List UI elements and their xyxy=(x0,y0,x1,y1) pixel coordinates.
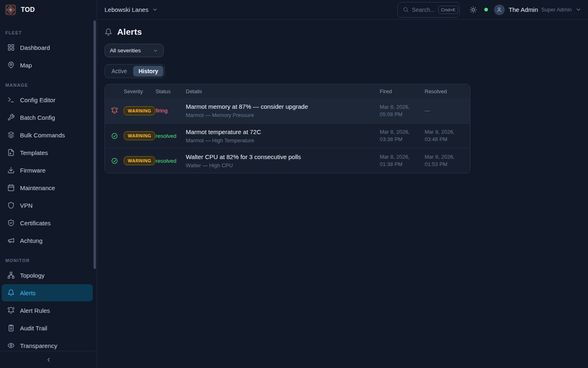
network-icon xyxy=(7,272,15,279)
sidebar-item-firmware[interactable]: Firmware xyxy=(2,162,93,179)
file-icon xyxy=(7,149,15,156)
fired-time: Mar 8, 2026, 03:38 PM xyxy=(380,128,425,143)
page-title-row: Alerts xyxy=(105,27,581,37)
status-text: firing xyxy=(156,108,186,114)
resolved-time: Mar 8, 2026, 03:48 PM xyxy=(425,128,470,143)
severity-badge: WARNING xyxy=(124,131,155,140)
sidebar-item-vpn[interactable]: VPN xyxy=(2,197,93,214)
org-switcher[interactable]: Lebowski Lanes xyxy=(105,6,158,13)
severity-filter-select[interactable]: All severities xyxy=(105,44,164,57)
sidebar-item-label: Batch Config xyxy=(20,114,55,121)
table-row[interactable]: WARNING resolved Walter CPU at 82% for 3… xyxy=(105,148,470,173)
status-text: resolved xyxy=(156,133,186,139)
column-header-status: Status xyxy=(156,88,186,94)
status-text: resolved xyxy=(156,158,186,164)
alert-title: Walter CPU at 82% for 3 consecutive poll… xyxy=(186,153,375,160)
table-header: Severity Status Details Fired Resolved xyxy=(105,84,470,98)
shield-icon xyxy=(7,202,15,209)
sidebar-item-label: Alert Rules xyxy=(20,307,50,314)
column-header-resolved: Resolved xyxy=(425,88,470,94)
user-role: Super Admin xyxy=(541,7,572,13)
sidebar-item-label: Topology xyxy=(20,272,45,279)
dashboard-icon xyxy=(7,44,15,51)
sidebar-item-audit-trail[interactable]: Audit Trail xyxy=(2,319,93,337)
sidebar-item-achtung[interactable]: Achtung xyxy=(2,232,93,249)
bell-icon xyxy=(7,289,15,296)
sidebar-item-label: Alerts xyxy=(20,289,36,296)
resolved-time: — xyxy=(425,107,470,114)
table-row[interactable]: WARNING resolved Marmot temperature at 7… xyxy=(105,123,470,148)
alert-subtitle: Marmot — High Temperature xyxy=(186,137,375,144)
clipboard-icon xyxy=(7,324,15,332)
tab-history[interactable]: History xyxy=(133,66,163,76)
brand-logo-icon xyxy=(5,4,16,16)
chevron-down-icon xyxy=(152,7,158,13)
sidebar-item-label: Templates xyxy=(20,149,48,156)
alert-title: Marmot temperature at 72C xyxy=(186,128,375,135)
megaphone-icon xyxy=(7,237,15,244)
content: Alerts All severities Active History Sev… xyxy=(97,20,588,181)
online-status-dot xyxy=(484,8,488,11)
topbar: Lebowski Lanes Search... Cmd+K The Admin… xyxy=(97,0,588,20)
user-icon xyxy=(496,7,502,13)
tab-active[interactable]: Active xyxy=(106,66,132,76)
sidebar-item-templates[interactable]: Templates xyxy=(2,144,93,161)
sidebar-item-batch-config[interactable]: Batch Config xyxy=(2,109,93,126)
section-label-manage: MANAGE xyxy=(0,79,97,91)
sidebar-item-label: VPN xyxy=(20,202,33,209)
sidebar-item-transparency[interactable]: Transparency xyxy=(2,337,93,351)
resolved-time: Mar 8, 2026, 01:53 PM xyxy=(425,153,470,168)
severity-badge: WARNING xyxy=(124,106,155,115)
terminal-icon xyxy=(7,96,15,103)
eye-icon xyxy=(7,342,15,349)
bell-icon xyxy=(105,28,112,36)
sidebar-scrollbar[interactable] xyxy=(94,20,96,269)
column-header-fired: Fired xyxy=(380,88,425,94)
sidebar-item-certificates[interactable]: Certificates xyxy=(2,214,93,231)
brand: TOD xyxy=(0,0,97,20)
sidebar-item-topology[interactable]: Topology xyxy=(2,267,93,284)
sidebar-item-map[interactable]: Map xyxy=(2,56,93,74)
user-name: The Admin xyxy=(509,6,538,13)
check-circle-icon xyxy=(111,132,118,139)
alert-title: Marmot memory at 87% — consider upgrade xyxy=(186,103,375,110)
org-switcher-label: Lebowski Lanes xyxy=(105,6,149,13)
alert-subtitle: Walter — High CPU xyxy=(186,162,375,168)
theme-toggle-button[interactable] xyxy=(470,6,477,13)
sidebar-item-label: Transparency xyxy=(20,342,57,349)
search-input[interactable]: Search... Cmd+K xyxy=(397,2,460,18)
sidebar-item-maintenance[interactable]: Maintenance xyxy=(2,179,93,196)
sidebar-item-label: Bulk Commands xyxy=(20,132,65,139)
chevron-down-icon xyxy=(153,48,158,54)
sidebar-item-alerts[interactable]: Alerts xyxy=(2,284,93,301)
sidebar-item-label: Firmware xyxy=(20,167,46,174)
section-label-monitor: MONITOR xyxy=(0,254,97,266)
bell-ring-icon xyxy=(111,107,118,114)
main: Lebowski Lanes Search... Cmd+K The Admin… xyxy=(97,0,588,368)
sun-icon xyxy=(470,6,477,13)
download-icon xyxy=(7,166,15,174)
shield-check-icon xyxy=(7,219,15,227)
topbar-right: Search... Cmd+K The Admin Super Admin xyxy=(397,2,581,18)
search-icon xyxy=(403,7,409,13)
sidebar-item-alert-rules[interactable]: Alert Rules xyxy=(2,302,93,319)
table-row[interactable]: WARNING firing Marmot memory at 87% — co… xyxy=(105,98,470,123)
alert-subtitle: Marmot — Memory Pressure xyxy=(186,112,375,118)
sidebar-collapse-button[interactable] xyxy=(43,354,54,366)
sidebar-item-config-editor[interactable]: Config Editor xyxy=(2,91,93,108)
sidebar-item-bulk-commands[interactable]: Bulk Commands xyxy=(2,126,93,144)
sidebar-item-label: Config Editor xyxy=(20,96,56,103)
alerts-table: Severity Status Details Fired Resolved W… xyxy=(105,84,470,173)
sidebar-nav: FLEET Dashboard Map MANAGE Config Editor… xyxy=(0,20,97,351)
sidebar-item-label: Map xyxy=(20,62,32,69)
severity-filter-value: All severities xyxy=(110,47,141,54)
severity-badge: WARNING xyxy=(124,156,155,165)
chevron-down-icon xyxy=(575,7,581,13)
user-menu[interactable]: The Admin Super Admin xyxy=(494,4,581,15)
sidebar-item-dashboard[interactable]: Dashboard xyxy=(2,39,93,56)
chevron-left-icon xyxy=(45,357,52,363)
fired-time: Mar 8, 2026, 01:38 PM xyxy=(380,153,425,168)
layers-icon xyxy=(7,131,15,139)
check-circle-icon xyxy=(111,157,118,164)
column-header-severity: Severity xyxy=(124,88,156,94)
